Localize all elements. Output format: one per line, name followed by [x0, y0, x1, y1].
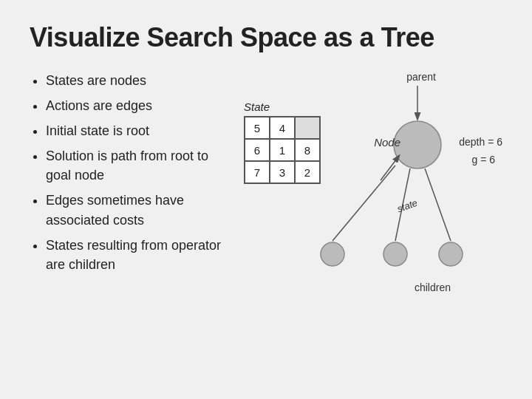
svg-point-8	[439, 242, 463, 266]
slide: Visualize Search Space as a Tree States …	[0, 0, 532, 399]
svg-line-5	[425, 168, 451, 241]
node-label: Node	[374, 136, 400, 149]
bullet-4: Solution is path from root to goal node	[46, 146, 222, 185]
g-label: g = 6	[471, 154, 495, 166]
diagram-area: State 5 4 6 1 8 7 3 2 parent	[236, 71, 502, 322]
tree-svg	[251, 71, 502, 322]
svg-point-6	[321, 242, 344, 266]
bullet-6: States resulting from operator are child…	[46, 236, 222, 274]
slide-title: Visualize Search Space as a Tree	[30, 22, 502, 53]
depth-label: depth = 6	[459, 136, 502, 148]
svg-point-7	[383, 242, 407, 266]
bullet-list: States are nodes Actions are edges Initi…	[30, 71, 222, 322]
bullet-3: Initial state is root	[46, 121, 222, 140]
content-area: States are nodes Actions are edges Initi…	[30, 71, 502, 322]
tree-container: parent	[251, 71, 502, 322]
svg-line-2	[381, 156, 399, 180]
bullet-5: Edges sometimes have associated costs	[46, 191, 222, 229]
parent-label: parent	[406, 71, 436, 83]
bullet-2: Actions are edges	[46, 96, 222, 115]
svg-point-1	[394, 121, 441, 168]
svg-line-3	[332, 166, 395, 241]
bullet-1: States are nodes	[46, 71, 222, 90]
children-label: children	[415, 282, 451, 293]
